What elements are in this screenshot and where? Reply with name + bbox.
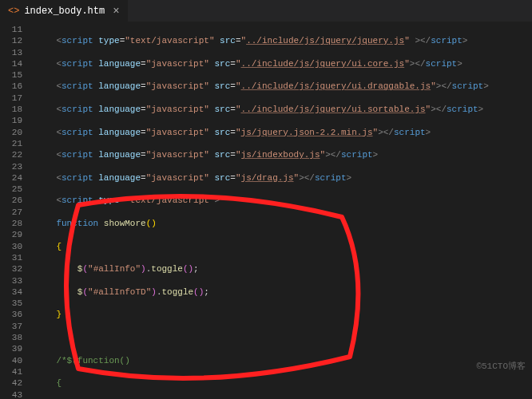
comment: /*$(function() bbox=[56, 356, 129, 365]
attr-lang: javascript bbox=[151, 150, 204, 160]
attr-lang: javascript bbox=[151, 105, 204, 114]
selector: #allInfo bbox=[93, 264, 136, 274]
selector: #allInfoTD bbox=[93, 287, 146, 297]
attr-lang: javascript bbox=[151, 59, 204, 69]
attr-lang: javascript bbox=[151, 173, 204, 183]
attr-src: ../include/js/jquery/ui.core.js bbox=[241, 59, 405, 69]
close-icon[interactable]: × bbox=[113, 5, 119, 18]
attr-src: ../include/js/jquery/jquery.js bbox=[246, 36, 404, 45]
watermark: ©51CTO博客 bbox=[476, 360, 526, 372]
line-gutter: 1112131415161718192021222324252627282930… bbox=[0, 22, 30, 399]
attr-src: ../include/js/jquery/ui.draggable.js bbox=[241, 81, 431, 91]
tab-filename: index_body.htm bbox=[24, 6, 105, 17]
fn-name: showMore bbox=[104, 219, 146, 228]
tab-index-body[interactable]: <> index_body.htm × bbox=[0, 0, 128, 22]
attr-type: text/javascript bbox=[130, 36, 209, 45]
attr-src: ../include/js/jquery/ui.sortable.js bbox=[241, 105, 426, 114]
attr-src: js/jquery.json-2.2.min.js bbox=[241, 128, 373, 137]
method: toggle bbox=[161, 287, 193, 297]
method: toggle bbox=[151, 264, 183, 274]
html-file-icon: <> bbox=[8, 6, 19, 17]
attr-src: js/indexbody.js bbox=[241, 150, 320, 160]
attr-type: text/javascript bbox=[130, 196, 209, 205]
attr-src: js/drag.js bbox=[241, 173, 294, 183]
attr-lang: javascript bbox=[151, 128, 204, 137]
attr-lang: javascript bbox=[151, 81, 204, 91]
tab-bar: <> index_body.htm × bbox=[0, 0, 532, 22]
code-area[interactable]: <script type="text/javascript" src="../i… bbox=[30, 22, 532, 399]
editor[interactable]: 1112131415161718192021222324252627282930… bbox=[0, 22, 532, 399]
